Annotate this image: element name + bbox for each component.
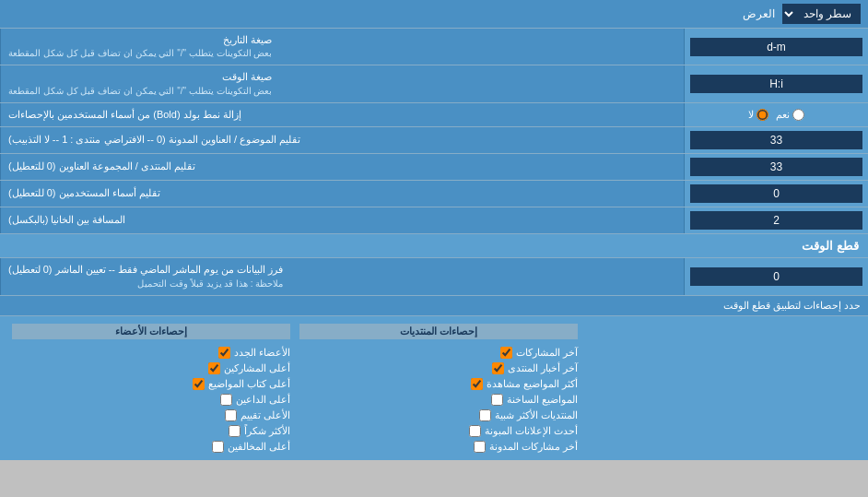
checkbox-forums-4[interactable] bbox=[491, 394, 503, 406]
list-item[interactable]: أعلى المخالفين bbox=[12, 441, 290, 453]
topic-subject-label: تقليم الموضوع / العناوين المدونة (0 -- ا… bbox=[0, 127, 684, 153]
forum-group-input-cell[interactable] bbox=[684, 154, 868, 180]
list-item[interactable]: أخر مشاركات المدونة bbox=[299, 441, 578, 453]
list-item[interactable]: أكثر المواضيع مشاهدة bbox=[299, 378, 578, 390]
col2-header: إحصاءات الأعضاء bbox=[12, 324, 290, 339]
list-item[interactable]: أحدث الإعلانات المبونة bbox=[299, 425, 578, 437]
time-format-input-cell[interactable] bbox=[684, 65, 868, 101]
radio-no[interactable] bbox=[757, 109, 768, 121]
checkbox-forums-2[interactable] bbox=[492, 362, 504, 374]
forum-group-input[interactable] bbox=[690, 158, 862, 176]
list-item[interactable]: أعلى كتاب المواضيع bbox=[12, 378, 290, 390]
usernames-label: تقليم أسماء المستخدمين (0 للتعطيل) bbox=[0, 181, 684, 207]
radio-no-label[interactable]: لا bbox=[748, 109, 768, 121]
list-item[interactable]: الأكثر شكراً bbox=[12, 425, 290, 437]
checkbox-members-4[interactable] bbox=[220, 394, 232, 406]
topic-subject-input-cell[interactable] bbox=[684, 127, 868, 153]
date-format-input-cell[interactable] bbox=[684, 29, 868, 65]
checkbox-members-3[interactable] bbox=[193, 378, 205, 390]
list-item[interactable]: المنتديات الأكثر شبية bbox=[299, 409, 578, 421]
checkbox-forums-1[interactable] bbox=[500, 347, 512, 359]
list-item[interactable]: أعلى الداعين bbox=[12, 394, 290, 406]
checkbox-col-members: إحصاءات الأعضاء الأعضاء الجدد أعلى المشا… bbox=[7, 324, 295, 453]
time-format-row: صيغة الوقت بعض التكوينات يتطلب "/" التي … bbox=[0, 65, 868, 102]
topic-subject-row: تقليم الموضوع / العناوين المدونة (0 -- ا… bbox=[0, 127, 868, 154]
radio-yes[interactable] bbox=[792, 109, 804, 121]
forum-group-row: تقليم المنتدى / المجموعة العناوين (0 للت… bbox=[0, 154, 868, 181]
bold-remove-input-cell[interactable]: نعم لا bbox=[684, 103, 868, 126]
spacing-input[interactable] bbox=[690, 211, 862, 230]
checkbox-members-7[interactable] bbox=[212, 441, 224, 453]
usernames-input[interactable] bbox=[690, 184, 862, 203]
spacing-input-cell[interactable] bbox=[684, 207, 868, 233]
checkbox-col-forums: إحصاءات المنتديات آخر المشاركات آخر أخبا… bbox=[295, 324, 582, 453]
forum-group-label: تقليم المنتدى / المجموعة العناوين (0 للت… bbox=[0, 154, 684, 180]
checkbox-members-6[interactable] bbox=[229, 425, 240, 437]
date-format-row: صيغة التاريخ بعض التكوينات يتطلب "/" الت… bbox=[0, 29, 868, 65]
bold-radio-group: نعم لا bbox=[748, 109, 804, 121]
checkbox-forums-7[interactable] bbox=[474, 441, 486, 453]
view-label: العرض bbox=[743, 7, 775, 20]
bold-remove-label: إزالة نمط بولد (Bold) من أسماء المستخدمي… bbox=[0, 103, 684, 126]
col1-header: إحصاءات المنتديات bbox=[299, 324, 578, 339]
spacing-label: المسافة بين الخانيا (بالبكسل) bbox=[0, 207, 684, 233]
time-format-input[interactable] bbox=[690, 75, 862, 93]
list-item[interactable]: آخر أخبار المنتدى bbox=[299, 362, 578, 374]
checkbox-forums-6[interactable] bbox=[469, 425, 481, 437]
list-item[interactable]: المواضيع الساخنة bbox=[299, 394, 578, 406]
date-format-label: صيغة التاريخ بعض التكوينات يتطلب "/" الت… bbox=[0, 29, 684, 65]
checkboxes-area: إحصاءات المنتديات آخر المشاركات آخر أخبا… bbox=[0, 316, 868, 460]
checkbox-forums-5[interactable] bbox=[479, 409, 491, 421]
date-format-input[interactable] bbox=[690, 38, 862, 56]
top-row: سطر واحدسطرانثلاثة أسطر العرض bbox=[0, 0, 868, 29]
spacing-row: المسافة بين الخانيا (بالبكسل) bbox=[0, 207, 868, 234]
view-select-cell[interactable]: سطر واحدسطرانثلاثة أسطر bbox=[782, 4, 861, 24]
bold-remove-row: نعم لا إزالة نمط بولد (Bold) من أسماء ال… bbox=[0, 103, 868, 127]
usernames-row: تقليم أسماء المستخدمين (0 للتعطيل) bbox=[0, 181, 868, 207]
list-item[interactable]: آخر المشاركات bbox=[299, 347, 578, 359]
checkbox-forums-3[interactable] bbox=[471, 378, 483, 390]
radio-yes-label[interactable]: نعم bbox=[776, 109, 804, 121]
time-cut-input-cell[interactable] bbox=[684, 258, 868, 294]
checkbox-members-5[interactable] bbox=[225, 409, 237, 421]
checkbox-members-2[interactable] bbox=[208, 362, 220, 374]
time-cut-row: فرز البيانات من يوم الماشر الماضي فقط --… bbox=[0, 258, 868, 295]
topic-subject-input[interactable] bbox=[690, 131, 862, 149]
list-item[interactable]: الأعضاء الجدد bbox=[12, 347, 290, 359]
checkbox-members-1[interactable] bbox=[218, 347, 230, 359]
time-cut-input[interactable] bbox=[690, 267, 862, 286]
time-cut-label: فرز البيانات من يوم الماشر الماضي فقط --… bbox=[0, 258, 684, 294]
time-format-label: صيغة الوقت بعض التكوينات يتطلب "/" التي … bbox=[0, 65, 684, 101]
list-item[interactable]: أعلى المشاركين bbox=[12, 362, 290, 374]
view-select[interactable]: سطر واحدسطرانثلاثة أسطر bbox=[782, 4, 861, 24]
list-item[interactable]: الأعلى تقييم bbox=[12, 409, 290, 421]
stats-header: حدد إحصاءات لتطبيق قطع الوقت bbox=[0, 296, 868, 316]
usernames-input-cell[interactable] bbox=[684, 181, 868, 207]
section-header: قطع الوقت bbox=[0, 234, 868, 258]
